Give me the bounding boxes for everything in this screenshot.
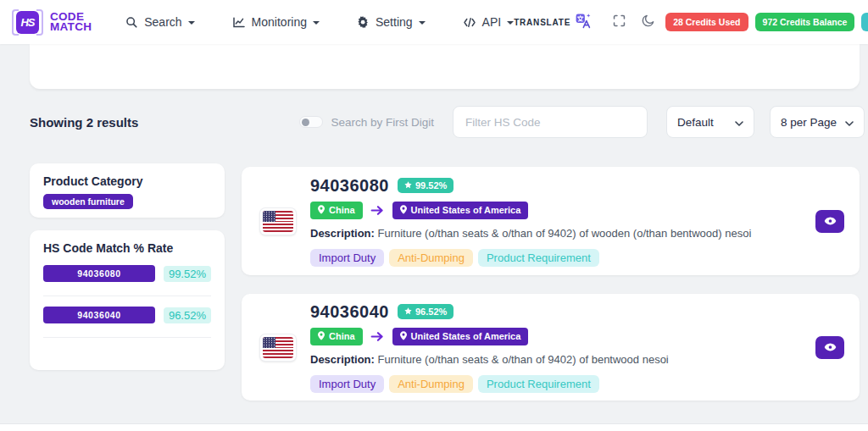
- first-digit-toggle[interactable]: [299, 116, 323, 128]
- trade-route-row: China United States of America: [310, 202, 751, 219]
- tag-import-duty[interactable]: Import Duty: [310, 375, 384, 393]
- sort-select[interactable]: Default: [666, 106, 754, 138]
- page-size-select-value: 8 per Page: [781, 116, 837, 129]
- chart-icon: [232, 16, 246, 29]
- filter-hs-code-input[interactable]: [453, 106, 648, 138]
- results-count-label: Showing 2 results: [30, 115, 138, 130]
- translate-label: TRANSLATE: [514, 18, 570, 27]
- results-header: Showing 2 results Search by First Digit …: [30, 103, 865, 141]
- chevron-down-icon: [188, 21, 195, 25]
- match-rate-title: HS Code Match % Rate: [43, 241, 211, 255]
- description-label: Description:: [310, 353, 375, 366]
- usa-flag-icon: [260, 334, 296, 361]
- credits-used-badge[interactable]: 28 Credits Used: [665, 13, 748, 31]
- usa-flag-icon: [260, 208, 296, 235]
- scrolled-card-remnant: [30, 44, 860, 89]
- logo-wordmark: CODE MATCH: [50, 12, 92, 32]
- eye-icon: [824, 215, 837, 228]
- arrow-right-icon: [370, 205, 385, 216]
- dark-mode-button[interactable]: [637, 11, 659, 33]
- product-category-title: Product Category: [43, 174, 211, 188]
- match-rate-value: 96.52%: [164, 307, 211, 323]
- search-icon: [125, 16, 138, 29]
- hs-code-button[interactable]: 94036040: [43, 307, 155, 323]
- match-rate-value: 99.52%: [164, 266, 211, 282]
- product-category-tag[interactable]: wooden furniture: [43, 194, 133, 209]
- translate-button[interactable]: TRANSLATE: [514, 13, 591, 32]
- app-logo[interactable]: HS CODE MATCH: [12, 9, 92, 36]
- page-size-select[interactable]: 8 per Page: [770, 106, 865, 138]
- star-icon: [404, 307, 412, 317]
- divider: [43, 337, 211, 338]
- result-tags: Import Duty Anti-Dumping Product Require…: [310, 375, 669, 393]
- fullscreen-button[interactable]: [608, 11, 630, 33]
- chevron-down-icon: [313, 21, 320, 25]
- hs-code-button[interactable]: 94036080: [43, 265, 155, 282]
- destination-country-badge[interactable]: United States of America: [392, 328, 529, 345]
- star-icon: [404, 180, 412, 191]
- result-title-row: 94036040 96.52%: [310, 302, 669, 322]
- map-pin-icon: [318, 331, 325, 342]
- credits-balance-badge[interactable]: 972 Credits Balance: [755, 13, 855, 31]
- match-percent-value: 96.52%: [415, 307, 447, 317]
- tag-product-requirement[interactable]: Product Requirement: [478, 249, 599, 267]
- chevron-down-icon: [735, 116, 743, 129]
- tag-import-duty[interactable]: Import Duty: [310, 249, 384, 267]
- destination-country-label: United States of America: [411, 331, 521, 341]
- main-nav: Search Monitoring Setting API: [125, 15, 514, 29]
- arrow-right-icon: [370, 331, 385, 342]
- eye-icon: [824, 341, 837, 354]
- nav-menu-monitoring[interactable]: Monitoring: [232, 15, 320, 29]
- nav-menu-api[interactable]: API: [463, 15, 515, 29]
- first-digit-toggle-group: Search by First Digit: [299, 116, 434, 129]
- nav-menu-setting[interactable]: Setting: [357, 15, 426, 29]
- match-percent-badge: 99.52%: [398, 178, 453, 193]
- trade-route-row: China United States of America: [310, 328, 669, 345]
- nav-menu-label: Search: [144, 15, 181, 29]
- usa-flag-image: [263, 211, 293, 232]
- tag-anti-dumping[interactable]: Anti-Dumping: [389, 375, 473, 393]
- result-title-row: 94036080 99.52%: [310, 176, 751, 196]
- origin-country-badge[interactable]: China: [310, 202, 363, 219]
- sort-select-value: Default: [677, 116, 714, 129]
- top-navbar: HS CODE MATCH Search Monitoring Setting: [0, 0, 868, 44]
- result-tags: Import Duty Anti-Dumping Product Require…: [310, 249, 751, 267]
- origin-country-label: China: [329, 331, 355, 341]
- destination-country-label: United States of America: [411, 205, 521, 215]
- premium-badge[interactable]: Premium: [861, 13, 868, 31]
- origin-country-badge[interactable]: China: [310, 328, 363, 345]
- gear-icon: [357, 16, 370, 29]
- tag-product-requirement[interactable]: Product Requirement: [478, 375, 599, 393]
- product-category-card: Product Category wooden furniture: [30, 163, 225, 218]
- result-card: 94036040 96.52% China: [242, 294, 860, 401]
- chevron-down-icon: [845, 116, 854, 129]
- footer-edge: [0, 423, 868, 431]
- match-rate-row: 94036080 99.52%: [43, 265, 211, 282]
- destination-country-badge[interactable]: United States of America: [392, 202, 529, 219]
- tag-anti-dumping[interactable]: Anti-Dumping: [389, 249, 473, 267]
- view-details-button[interactable]: [815, 336, 844, 359]
- hs-code-title: 94036080: [310, 176, 389, 196]
- match-percent-value: 99.52%: [415, 180, 447, 191]
- chevron-down-icon: [507, 21, 514, 25]
- result-body: 94036080 99.52% China: [310, 176, 751, 267]
- result-description: Description: Furniture (o/than seats & o…: [310, 353, 669, 366]
- nav-menu-label: API: [482, 15, 502, 29]
- result-card: 94036080 99.52% China: [242, 167, 860, 275]
- moon-icon: [641, 14, 655, 31]
- code-icon: [463, 17, 476, 28]
- toggle-knob: [302, 119, 309, 126]
- description-text: Furniture (o/than seats & o/than of 9402…: [377, 353, 668, 366]
- match-percent-badge: 96.52%: [398, 304, 453, 319]
- result-body: 94036040 96.52% China: [310, 302, 669, 393]
- navbar-right: TRANSLATE 28 Credits Used 972 Credits Ba…: [514, 6, 868, 38]
- hs-code-title: 94036040: [310, 302, 389, 322]
- logo-line-2: MATCH: [50, 22, 92, 32]
- description-text: Furniture (o/than seats & o/than of 9402…: [377, 227, 751, 240]
- usa-flag-image: [263, 337, 293, 358]
- match-rate-row: 94036040 96.52%: [43, 307, 211, 323]
- result-description: Description: Furniture (o/than seats & o…: [310, 227, 751, 240]
- origin-country-label: China: [329, 205, 355, 215]
- view-details-button[interactable]: [815, 210, 844, 233]
- nav-menu-search[interactable]: Search: [125, 15, 194, 29]
